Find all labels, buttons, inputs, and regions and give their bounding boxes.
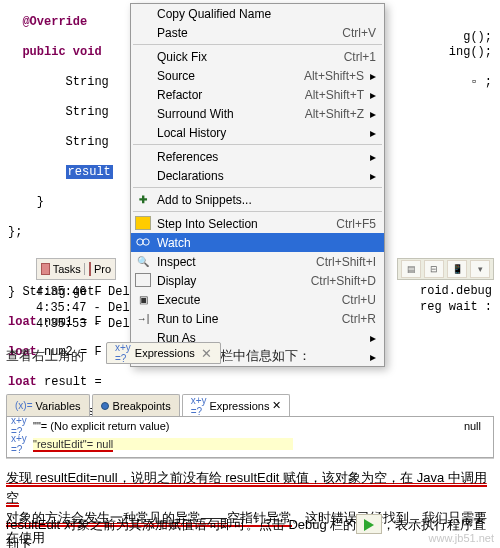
breakpoint-icon <box>101 402 109 410</box>
view-toolbar: ▤ ⊟ 📱 ▾ <box>397 258 494 280</box>
svg-point-0 <box>137 239 143 245</box>
tasks-icon <box>41 263 50 275</box>
tab-expressions[interactable]: x+y=?Expressions ✕ <box>182 394 291 416</box>
expression-row[interactable]: x+y=?"resultEdit"= null <box>7 435 493 453</box>
inspect-icon: 🔍 <box>135 254 151 268</box>
toolbar-button[interactable]: ▾ <box>470 260 490 278</box>
menu-inspect[interactable]: 🔍InspectCtrl+Shift+I <box>131 252 384 271</box>
code-fragment: ▫ ; <box>470 75 492 89</box>
problems-icon <box>89 262 91 276</box>
menu-watch[interactable]: Watch <box>131 233 384 252</box>
menu-quick-fix[interactable]: Quick FixCtrl+1 <box>131 47 384 66</box>
cell-icon[interactable]: 📱 <box>447 260 467 278</box>
display-icon <box>135 273 151 287</box>
menu-source[interactable]: SourceAlt+Shift+S▸ <box>131 66 384 85</box>
menu-run-to-line[interactable]: →|Run to LineCtrl+R <box>131 309 384 328</box>
watermark: www.jb51.net <box>429 532 494 544</box>
code-fragment: ing(); <box>449 45 492 59</box>
menu-execute[interactable]: ▣ExecuteCtrl+U <box>131 290 384 309</box>
step-icon <box>135 216 151 230</box>
tab-breakpoints[interactable]: Breakpoints <box>92 394 180 416</box>
debug-tabs: (x)=Variables Breakpoints x+y=?Expressio… <box>6 394 494 416</box>
tasks-tab[interactable]: Tasks Pro <box>36 258 116 280</box>
plus-icon: ✚ <box>135 192 151 206</box>
menu-step-into-selection[interactable]: Step Into SelectionCtrl+F5 <box>131 214 384 233</box>
article-text: 查看右上角的栏，栏中信息如下： <box>6 346 494 366</box>
svg-point-1 <box>143 239 149 245</box>
execute-icon: ▣ <box>135 292 151 306</box>
context-menu: Copy Qualified Name PasteCtrl+V Quick Fi… <box>130 3 385 367</box>
article-paragraph: resultEdit 对象之前为其添加赋值语句即可。点击 Debug 栏的，表示… <box>6 514 494 548</box>
glasses-icon <box>135 235 151 249</box>
menu-references[interactable]: References▸ <box>131 147 384 166</box>
console-right: roid.debug <box>420 284 492 298</box>
toolbar-button[interactable]: ▤ <box>401 260 421 278</box>
code-fragment: g(); <box>463 30 492 44</box>
run-to-line-icon: →| <box>135 311 151 325</box>
close-icon[interactable]: ✕ <box>201 346 212 361</box>
tab-variables[interactable]: (x)=Variables <box>6 394 90 416</box>
console-output: 4:35:46 - Del 4:35:47 - Del 4:35:53 - De… <box>36 284 130 332</box>
selected-text[interactable]: result <box>66 165 113 179</box>
menu-add-snippets[interactable]: ✚Add to Snippets... <box>131 190 384 209</box>
expression-row[interactable]: x+y=?""= (No explicit return value)null <box>7 417 493 435</box>
menu-local-history[interactable]: Local History▸ <box>131 123 384 142</box>
close-icon[interactable]: ✕ <box>272 399 281 412</box>
expressions-tab-float[interactable]: x+y=?Expressions✕ <box>106 342 221 364</box>
menu-declarations[interactable]: Declarations▸ <box>131 166 384 185</box>
menu-copy-qualified-name[interactable]: Copy Qualified Name <box>131 4 384 23</box>
menu-display[interactable]: DisplayCtrl+Shift+D <box>131 271 384 290</box>
expressions-panel: x+y=?""= (No explicit return value)null … <box>6 416 494 458</box>
menu-refactor[interactable]: RefactorAlt+Shift+T▸ <box>131 85 384 104</box>
console-right: reg wait : <box>420 300 492 314</box>
toolbar-button[interactable]: ⊟ <box>424 260 444 278</box>
menu-paste[interactable]: PasteCtrl+V <box>131 23 384 42</box>
menu-surround-with[interactable]: Surround WithAlt+Shift+Z▸ <box>131 104 384 123</box>
resume-button[interactable] <box>356 514 382 534</box>
